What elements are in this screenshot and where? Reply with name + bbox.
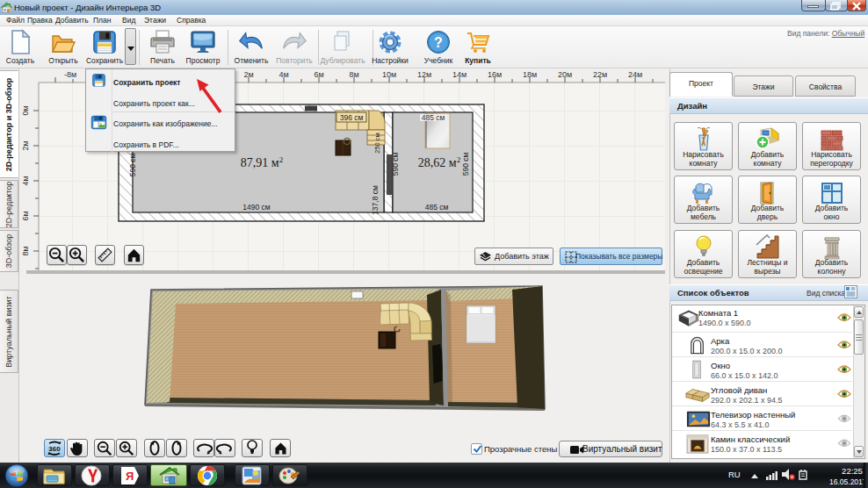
svg-text:2м: 2м: [21, 140, 30, 150]
svg-text:6м: 6м: [21, 211, 30, 220]
svg-text:8м: 8м: [21, 246, 30, 255]
svg-text:360: 360: [48, 445, 61, 453]
svg-text:Я: Я: [126, 470, 134, 483]
svg-text:0м: 0м: [21, 105, 30, 115]
svg-text:4м: 4м: [21, 176, 30, 185]
svg-text:?: ?: [434, 35, 443, 50]
svg-text:-8м: -8м: [64, 70, 76, 79]
